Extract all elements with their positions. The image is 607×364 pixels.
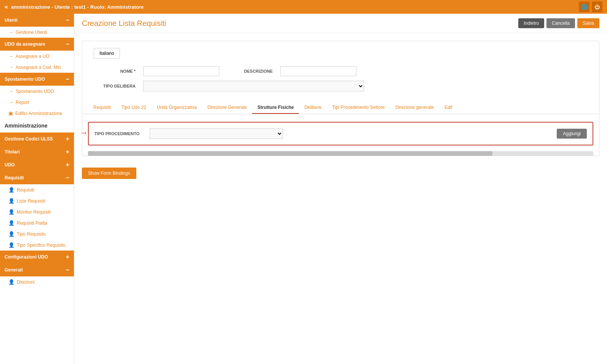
- top-bar-left: « amministrazione - Utente : test1 - Ruo…: [5, 3, 144, 10]
- arrow-icon: →: [8, 64, 13, 70]
- tipo-delibera-select[interactable]: [143, 81, 364, 91]
- arrow-icon: →: [8, 53, 13, 59]
- user-icon: 👤: [8, 220, 14, 226]
- sidebar-section-spostamento-label: Spostamento UDO: [5, 77, 45, 82]
- building-icon: ▣: [8, 110, 13, 116]
- tabs-container: Requisiti Tipo Udo 22 Unità Organizzativ…: [82, 102, 599, 114]
- sidebar-section-udo-label: UDO da assegnare: [5, 42, 45, 47]
- tab-panel-wrapper: → TIPO PROCEDIMENTO Aggiungi: [88, 120, 593, 145]
- sidebar-item-monitor-requisiti[interactable]: 👤 Monitor Requisiti: [0, 206, 74, 217]
- sidebar-item-report[interactable]: → Report: [0, 97, 74, 108]
- sidebar-item-spostamento-udo[interactable]: → Spostamento UDO: [0, 86, 74, 97]
- lang-tab-container: Italiano: [82, 41, 599, 62]
- arrow-icon: →: [8, 29, 13, 35]
- sidebar-item-liste-requisiti[interactable]: 👤 Liste Requisiti: [0, 195, 74, 206]
- content-area: Creazione Lista Requisiti Indietro Cance…: [74, 14, 607, 364]
- form-section: Italiano NOME * DESCRIZIONE TIPO DELIBER…: [82, 41, 599, 156]
- user-icon: 👤: [8, 187, 14, 193]
- tipo-delibera-label: TIPO DELIBERA: [90, 84, 136, 88]
- main-layout: Utenti − → Gestione Utenti UDO da assegn…: [0, 14, 607, 364]
- top-bar: « amministrazione - Utente : test1 - Ruo…: [0, 0, 607, 14]
- user-icon: 👤: [8, 198, 14, 204]
- header-buttons: Indietro Cancella Salva: [518, 18, 599, 28]
- globe-icon-button[interactable]: 🌐: [579, 2, 589, 12]
- sidebar-section-configurazioni-udo[interactable]: Configurazioni UDO +: [0, 251, 74, 263]
- sidebar-item-direzioni[interactable]: 👤 Direzioni: [0, 276, 74, 287]
- tipo-delibera-row: TIPO DELIBERA: [90, 81, 591, 91]
- scrollbar-thumb: [88, 151, 492, 156]
- sidebar-section-utenti-toggle: −: [66, 17, 69, 24]
- sidebar-item-gestione-utenti[interactable]: → Gestione Utenti: [0, 27, 74, 38]
- nome-label: NOME *: [90, 69, 136, 73]
- sidebar-section-spostamento-toggle: −: [66, 76, 69, 83]
- sidebar-section-generali[interactable]: Generali −: [0, 263, 74, 276]
- tab-direzione-generale[interactable]: Direzione Generale: [202, 102, 252, 114]
- tab-edif[interactable]: Edif: [439, 102, 458, 114]
- horizontal-scrollbar[interactable]: [88, 151, 593, 156]
- tab-content-strutture-fisiche: → TIPO PROCEDIMENTO Aggiungi: [82, 114, 599, 151]
- tipo-procedimento-label: TIPO PROCEDIMENTO: [94, 131, 144, 136]
- user-icon: 👤: [8, 242, 14, 248]
- tab-delibere[interactable]: Delibere: [299, 102, 327, 114]
- tab-tipo-udo-22[interactable]: Tipo Udo 22: [116, 102, 152, 114]
- tab-strutture-fisiche[interactable]: Strutture Fisiche: [252, 102, 299, 114]
- page-title: Creazione Lista Requisiti: [82, 19, 166, 28]
- sidebar-section-requisiti[interactable]: Requisiti −: [0, 171, 74, 184]
- sidebar-item-requisiti[interactable]: 👤 Requisiti: [0, 184, 74, 195]
- panel-arrow-icon: →: [80, 128, 88, 138]
- top-bar-title: amministrazione - Utente : test1 - Ruolo…: [11, 4, 144, 10]
- sidebar-section-gestione-codici[interactable]: Gestione Codici ULSS +: [0, 133, 74, 145]
- arrow-icon: →: [8, 88, 13, 94]
- tab-unita-organizzativa[interactable]: Unità Organizzativa: [152, 102, 202, 114]
- user-icon: 👤: [8, 231, 14, 237]
- nav-arrows[interactable]: «: [5, 3, 8, 10]
- sidebar-item-assegnare-cod-min[interactable]: → Assegnare a Cod. Min.: [0, 62, 74, 73]
- nome-row: NOME * DESCRIZIONE: [90, 66, 591, 76]
- sidebar-item-tipo-specifico-requisito[interactable]: 👤 Tipo Specifico Requisito: [0, 239, 74, 251]
- cancella-button[interactable]: Cancella: [546, 18, 575, 28]
- sidebar-item-edifici[interactable]: ▣ Edifici Amministrazione: [0, 108, 74, 119]
- tab-panel: TIPO PROCEDIMENTO Aggiungi: [88, 122, 593, 145]
- sidebar-section-udo-toggle: −: [66, 41, 69, 48]
- tab-requisiti[interactable]: Requisiti: [88, 102, 116, 114]
- sidebar-section-titolari[interactable]: Titolari +: [0, 145, 74, 158]
- sidebar-section-udo-assegnare[interactable]: UDO da assegnare −: [0, 38, 74, 51]
- arrow-icon: →: [8, 99, 13, 105]
- sidebar-item-requisiti-piatta[interactable]: 👤 Requisiti Piatta: [0, 217, 74, 228]
- lang-tab-italiano[interactable]: Italiano: [94, 48, 120, 59]
- aggiungi-button[interactable]: Aggiungi: [557, 129, 587, 139]
- power-icon-button[interactable]: ⏻: [592, 2, 602, 12]
- sidebar-plain-header-amministrazione: Amministrazione: [0, 119, 74, 133]
- tipo-procedimento-select[interactable]: [150, 128, 283, 139]
- sidebar-section-utenti-label: Utenti: [5, 18, 18, 23]
- tab-direzione-generale-2[interactable]: Direzione generale: [390, 102, 439, 114]
- sidebar: Utenti − → Gestione Utenti UDO da assegn…: [0, 14, 74, 364]
- content-header: Creazione Lista Requisiti Indietro Cance…: [74, 14, 607, 33]
- tipo-procedimento-row: TIPO PROCEDIMENTO Aggiungi: [94, 128, 587, 139]
- tab-tipi-procedimento-settore[interactable]: Tipi Procedimento Settore: [327, 102, 390, 114]
- indietro-button[interactable]: Indietro: [518, 18, 544, 28]
- nome-input[interactable]: [143, 66, 219, 76]
- user-icon: 👤: [8, 209, 14, 215]
- descrizione-label: DESCRIZIONE: [227, 69, 273, 73]
- form-fields: NOME * DESCRIZIONE TIPO DELIBERA: [82, 62, 599, 102]
- sidebar-item-tipo-requisito[interactable]: 👤 Tipo Requisito: [0, 228, 74, 239]
- salva-button[interactable]: Salva: [577, 18, 599, 28]
- sidebar-section-spostamento[interactable]: Spostamento UDO −: [0, 73, 74, 86]
- descrizione-input[interactable]: [280, 66, 356, 76]
- user-icon: 👤: [8, 279, 14, 285]
- top-bar-right: 🌐 ⏻: [579, 2, 602, 12]
- sidebar-item-assegnare-uo[interactable]: → Assegnare a UO: [0, 51, 74, 62]
- sidebar-section-utenti[interactable]: Utenti −: [0, 14, 74, 27]
- show-form-bindings-button[interactable]: Show Form Bindings: [82, 168, 136, 179]
- sidebar-section-udo2[interactable]: UDO +: [0, 158, 74, 171]
